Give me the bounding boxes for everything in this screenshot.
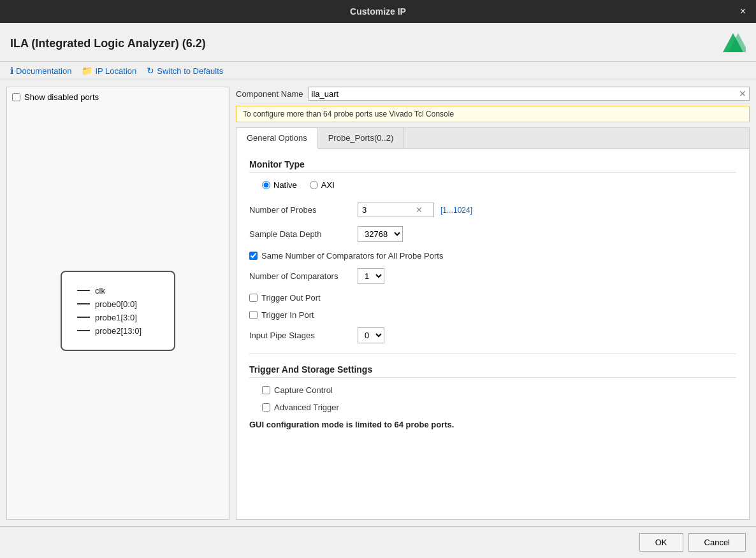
- port-line-clk: [77, 290, 90, 291]
- sample-depth-label: Sample Data Depth: [249, 229, 351, 239]
- port-row-probe1: probe1[3:0]: [77, 313, 159, 322]
- logo-area: [720, 31, 746, 56]
- radio-native-label: Native: [273, 180, 297, 190]
- tabs-area: General Options Probe_Ports(0..2) Monito…: [236, 127, 750, 520]
- content-area: Show disabled ports clk probe0[0:0] prob…: [0, 80, 756, 526]
- left-panel: Show disabled ports clk probe0[0:0] prob…: [6, 87, 229, 520]
- cancel-button[interactable]: Cancel: [688, 533, 746, 552]
- port-row-probe0: probe0[0:0]: [77, 299, 159, 309]
- component-name-label: Component Name: [236, 89, 303, 99]
- info-banner-text: To configure more than 64 probe ports us…: [243, 110, 454, 118]
- component-input-wrapper: ✕: [309, 87, 750, 101]
- monitor-type-radio-group: Native AXI: [262, 180, 736, 190]
- refresh-icon: ↻: [147, 66, 154, 76]
- bottom-bar: OK Cancel: [0, 526, 756, 558]
- section-divider: [249, 354, 736, 354]
- advanced-trigger-row: Advanced Trigger: [262, 403, 736, 412]
- toolbar: ℹ Documentation 📁 IP Location ↻ Switch t…: [0, 62, 756, 80]
- capture-control-label: Capture Control: [274, 385, 333, 395]
- same-comparators-checkbox[interactable]: [249, 252, 258, 260]
- capture-control-checkbox[interactable]: [262, 386, 270, 394]
- num-probes-input[interactable]: [362, 205, 413, 215]
- port-name-clk: clk: [95, 286, 105, 296]
- num-comparators-label: Number of Comparators: [249, 271, 351, 281]
- port-line-probe2: [77, 330, 90, 331]
- ip-block: clk probe0[0:0] probe1[3:0] probe2[13:0]: [61, 271, 175, 351]
- info-icon: ℹ: [10, 66, 13, 76]
- switch-defaults-label: Switch to Defaults: [157, 66, 223, 76]
- capture-control-row: Capture Control: [262, 385, 736, 395]
- show-disabled-label: Show disabled ports: [24, 92, 99, 102]
- header-area: ILA (Integrated Logic Analyzer) (6.2): [0, 23, 756, 62]
- port-row-probe2: probe2[13:0]: [77, 326, 159, 336]
- ip-diagram: clk probe0[0:0] probe1[3:0] probe2[13:0]: [12, 107, 224, 514]
- documentation-label: Documentation: [16, 66, 71, 76]
- port-line-probe0: [77, 303, 90, 304]
- sample-depth-row: Sample Data Depth 32768 16384 8192 4096 …: [249, 226, 736, 242]
- radio-native-input[interactable]: [262, 181, 270, 189]
- trigger-out-checkbox[interactable]: [249, 294, 258, 302]
- location-icon: 📁: [82, 66, 92, 76]
- tab-bar: General Options Probe_Ports(0..2): [236, 128, 749, 149]
- show-disabled-row: Show disabled ports: [12, 92, 224, 102]
- port-name-probe0: probe0[0:0]: [95, 299, 137, 309]
- trigger-out-label: Trigger Out Port: [261, 293, 321, 303]
- component-clear-button[interactable]: ✕: [739, 89, 746, 99]
- trigger-storage-title: Trigger And Storage Settings: [249, 364, 736, 378]
- xilinx-logo: [720, 31, 746, 56]
- ip-location-button[interactable]: 📁 IP Location: [82, 66, 136, 76]
- num-probes-label: Number of Probes: [249, 205, 351, 215]
- trigger-in-checkbox[interactable]: [249, 311, 258, 319]
- num-probes-range: [1...1024]: [440, 206, 472, 215]
- num-probes-input-wrapper: ✕: [358, 203, 434, 217]
- title-bar: Customize IP ×: [0, 0, 756, 23]
- advanced-trigger-checkbox[interactable]: [262, 403, 270, 411]
- num-probes-row: Number of Probes ✕ [1...1024]: [249, 203, 736, 217]
- port-row-clk: clk: [77, 286, 159, 296]
- monitor-type-title: Monitor Type: [249, 159, 736, 173]
- trigger-in-label: Trigger In Port: [261, 310, 314, 320]
- radio-axi[interactable]: AXI: [310, 180, 335, 190]
- trigger-in-row: Trigger In Port: [249, 310, 736, 320]
- gui-limit-text: GUI configuration mode is limited to 64 …: [249, 420, 736, 429]
- switch-defaults-button[interactable]: ↻ Switch to Defaults: [147, 66, 223, 76]
- tab-content-general: Monitor Type Native AXI Number of: [236, 149, 749, 519]
- info-banner: To configure more than 64 probe ports us…: [236, 106, 750, 122]
- pipe-stages-row: Input Pipe Stages 0 1 2: [249, 327, 736, 343]
- tab-probe-ports[interactable]: Probe_Ports(0..2): [318, 128, 405, 148]
- tab-general-options[interactable]: General Options: [236, 128, 318, 149]
- pipe-stages-select[interactable]: 0 1 2: [358, 327, 384, 343]
- trigger-out-row: Trigger Out Port: [249, 293, 736, 303]
- sample-depth-select[interactable]: 32768 16384 8192 4096 2048 1024: [358, 226, 403, 242]
- advanced-trigger-label: Advanced Trigger: [274, 403, 339, 412]
- component-name-row: Component Name ✕: [236, 87, 750, 101]
- close-button[interactable]: ×: [736, 4, 750, 18]
- radio-axi-label: AXI: [321, 180, 335, 190]
- component-name-input[interactable]: [312, 89, 739, 99]
- right-panel: Component Name ✕ To configure more than …: [236, 87, 750, 520]
- port-name-probe2: probe2[13:0]: [95, 326, 142, 336]
- main-window: ILA (Integrated Logic Analyzer) (6.2) ℹ …: [0, 23, 756, 558]
- num-comparators-select[interactable]: 1 2 3 4: [358, 268, 384, 284]
- dialog-title: Customize IP: [350, 6, 406, 17]
- radio-native[interactable]: Native: [262, 180, 297, 190]
- documentation-button[interactable]: ℹ Documentation: [10, 66, 71, 76]
- radio-axi-input[interactable]: [310, 181, 318, 189]
- num-comparators-row: Number of Comparators 1 2 3 4: [249, 268, 736, 284]
- app-title: ILA (Integrated Logic Analyzer) (6.2): [10, 37, 206, 50]
- same-comparators-label: Same Number of Comparators for All Probe…: [261, 251, 443, 261]
- port-name-probe1: probe1[3:0]: [95, 313, 137, 322]
- same-comparators-row: Same Number of Comparators for All Probe…: [249, 251, 736, 261]
- ok-button[interactable]: OK: [639, 533, 683, 552]
- ip-location-label: IP Location: [95, 66, 136, 76]
- show-disabled-checkbox[interactable]: [12, 93, 20, 101]
- pipe-stages-label: Input Pipe Stages: [249, 331, 351, 340]
- port-line-probe1: [77, 317, 90, 318]
- num-probes-clear[interactable]: ✕: [416, 205, 423, 215]
